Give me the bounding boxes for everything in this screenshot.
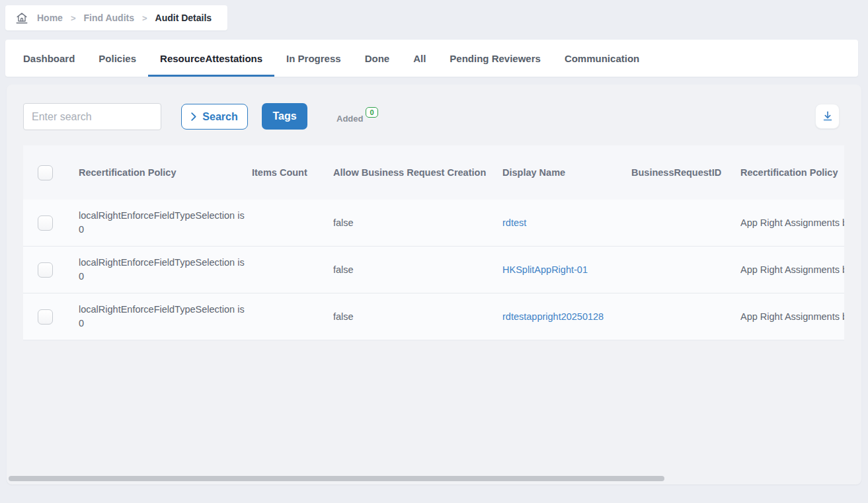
added-count-badge: 0 <box>366 107 377 118</box>
attestations-table: Recertification Policy Items Count Allow… <box>23 145 844 340</box>
cell-allow-business-request-creation: false <box>333 217 502 228</box>
tab-all[interactable]: All <box>413 40 426 77</box>
row-checkbox[interactable] <box>38 309 53 325</box>
header-display-name[interactable]: Display Name <box>502 167 631 178</box>
added-indicator: Added 0 <box>336 107 378 124</box>
search-input[interactable] <box>23 103 161 130</box>
tab-communication[interactable]: Communication <box>565 40 639 77</box>
header-recertification-policy[interactable]: Recertification Policy <box>79 167 252 178</box>
tab-resource-attestations[interactable]: ResourceAttestations <box>160 40 262 77</box>
table-header-row: Recertification Policy Items Count Allow… <box>23 145 844 200</box>
chevron-right-icon <box>191 112 196 121</box>
breadcrumb: Home > Find Audits > Audit Details <box>5 5 227 30</box>
horizontal-scrollbar[interactable] <box>9 476 664 481</box>
breadcrumb-current: Audit Details <box>155 13 212 23</box>
tab-bar: Dashboard Policies ResourceAttestations … <box>5 40 858 77</box>
cell-recertification-policy: localRightEnforceFieldTypeSelection is 0 <box>79 209 249 237</box>
cell-recertification-policy-2: App Right Assignments b <box>740 217 844 228</box>
chevron-right-icon: > <box>142 13 147 23</box>
header-allow-business-request-creation[interactable]: Allow Business Request Creation <box>333 167 502 178</box>
header-recertification-policy-2[interactable]: Recertification Policy <box>740 167 844 178</box>
tab-dashboard[interactable]: Dashboard <box>23 40 75 77</box>
cell-allow-business-request-creation: false <box>333 264 502 275</box>
breadcrumb-home[interactable]: Home <box>37 13 63 23</box>
page: Home > Find Audits > Audit Details Dashb… <box>0 0 868 503</box>
added-label: Added <box>336 114 363 124</box>
display-name-link[interactable]: rdtestappright20250128 <box>502 311 604 322</box>
tab-done[interactable]: Done <box>365 40 390 77</box>
tab-in-progress[interactable]: In Progress <box>286 40 341 77</box>
chevron-right-icon: > <box>71 13 76 23</box>
header-items-count[interactable]: Items Count <box>252 167 333 178</box>
table-row: localRightEnforceFieldTypeSelection is 0… <box>23 293 844 340</box>
row-checkbox[interactable] <box>38 262 53 278</box>
content-card: Search Tags Added 0 Recertification Poli… <box>7 85 861 484</box>
tags-button[interactable]: Tags <box>262 103 307 130</box>
display-name-link[interactable]: HKSplitAppRight-01 <box>502 264 588 275</box>
home-icon[interactable] <box>15 11 29 25</box>
table-row: localRightEnforceFieldTypeSelection is 0… <box>23 247 844 293</box>
select-all-checkbox[interactable] <box>38 165 53 180</box>
header-business-request-id[interactable]: BusinessRequestID <box>631 167 740 178</box>
cell-recertification-policy: localRightEnforceFieldTypeSelection is 0 <box>79 256 249 284</box>
search-button[interactable]: Search <box>181 104 248 130</box>
breadcrumb-find-audits[interactable]: Find Audits <box>84 13 134 23</box>
cell-recertification-policy: localRightEnforceFieldTypeSelection is 0 <box>79 303 249 330</box>
table-row: localRightEnforceFieldTypeSelection is 0… <box>23 200 844 247</box>
cell-allow-business-request-creation: false <box>333 311 502 322</box>
row-checkbox[interactable] <box>38 215 53 231</box>
cell-recertification-policy-2: App Right Assignments b <box>740 264 844 275</box>
download-icon <box>821 110 834 123</box>
download-button[interactable] <box>815 104 840 129</box>
cell-recertification-policy-2: App Right Assignments b <box>740 311 844 322</box>
display-name-link[interactable]: rdtest <box>502 217 526 228</box>
active-tab-underline <box>148 75 274 77</box>
tab-pending-reviewers[interactable]: Pending Reviewers <box>450 40 541 77</box>
tab-policies[interactable]: Policies <box>99 40 136 77</box>
